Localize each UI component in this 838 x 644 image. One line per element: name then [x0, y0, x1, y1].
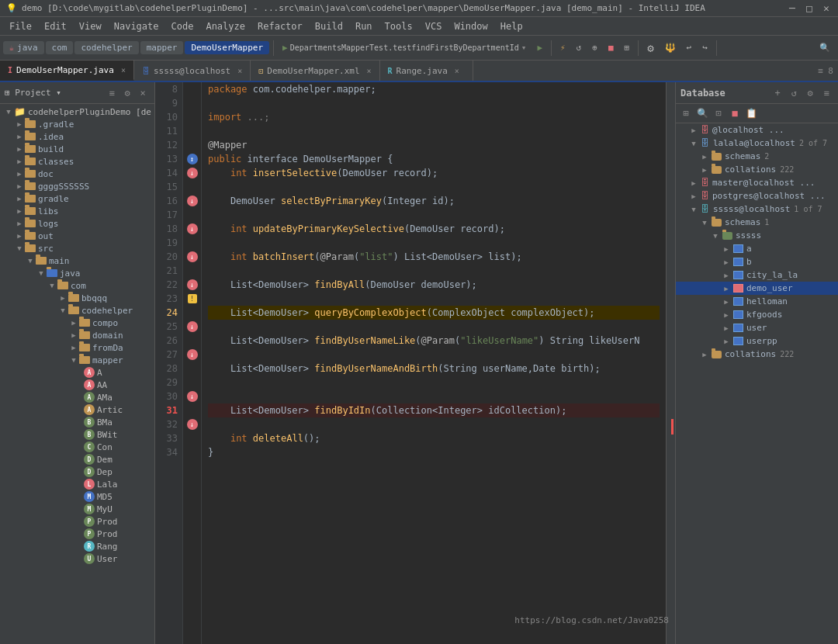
db-tool-settings[interactable]: ⚙	[803, 86, 817, 100]
tree-root[interactable]: ▼ 📁 codehelperPluginDemo [de	[0, 106, 154, 118]
code-area[interactable]: 8 9 10 11 12 13 14 15 16 17 18 19 20 21 …	[155, 82, 675, 644]
db-item-postgres[interactable]: ▶ 🗄 postgres@localhost ...	[676, 189, 838, 203]
toolbar-action-3[interactable]: ⊕	[587, 41, 602, 54]
tab-demousermapper-close[interactable]: ×	[121, 66, 126, 74]
db-item-localhost-anon[interactable]: ▶ 🗄 @localhost ...	[676, 123, 838, 137]
tree-item-compo[interactable]: ▶ compo	[0, 317, 154, 329]
db-toolbar-btn-2[interactable]: 🔍	[695, 106, 709, 120]
tree-item-build[interactable]: ▶ build	[0, 143, 154, 155]
tree-item-Artic[interactable]: A Artic	[0, 403, 154, 416]
breadcrumb-com[interactable]: com	[46, 41, 74, 54]
toolbar-action-7[interactable]: 🔱	[660, 41, 680, 54]
tree-item-Prod1[interactable]: P Prod	[0, 515, 154, 528]
code-content[interactable]: package com.codehelper.mapper; import ..…	[202, 82, 666, 644]
db-item-table-userpp[interactable]: ▶ userpp	[676, 334, 838, 348]
db-item-sssss-schemas[interactable]: ▼ schemas 1	[676, 216, 838, 229]
db-item-lalala[interactable]: ▼ 🗄 lalala@localhost 2 of 7	[676, 137, 838, 150]
tree-item-classes[interactable]: ▶ classes	[0, 155, 154, 168]
search-everywhere-button[interactable]: 🔍	[815, 41, 835, 54]
maximize-button[interactable]: □	[804, 3, 815, 14]
db-item-table-demo-user[interactable]: ▶ demo_user	[676, 282, 838, 295]
minimize-button[interactable]: ─	[787, 3, 798, 14]
db-item-table-kfgoods[interactable]: ▶ kfgoods	[676, 308, 838, 321]
tree-item-bbqqq[interactable]: ▶ bbqqq	[0, 292, 154, 304]
db-item-table-user[interactable]: ▶ user	[676, 321, 838, 334]
tree-item-libs[interactable]: ▶ libs	[0, 205, 154, 217]
tree-item-domain[interactable]: ▶ domain	[0, 329, 154, 341]
tree-item-idea[interactable]: ▶ .idea	[0, 130, 154, 143]
tree-item-MD5[interactable]: M MD5	[0, 490, 154, 503]
db-toolbar-btn-1[interactable]: ⊞	[679, 106, 693, 120]
tree-item-com[interactable]: ▼ com	[0, 279, 154, 292]
db-item-sssss[interactable]: ▼ 🗄 sssss@localhost 1 of 7	[676, 203, 838, 216]
breadcrumb-java[interactable]: ☕ java	[3, 41, 44, 54]
tree-item-Dep[interactable]: D Dep	[0, 466, 154, 478]
close-button[interactable]: ✕	[821, 3, 832, 14]
tab-sssss-close[interactable]: ×	[237, 67, 242, 75]
tree-item-src[interactable]: ▼ src	[0, 242, 154, 254]
tab-demousermapper-xml[interactable]: ⊡ DemoUserMapper.xml ×	[251, 61, 379, 81]
tab-range-java[interactable]: R Range.java ×	[380, 61, 473, 81]
menu-refactor[interactable]: Refactor	[251, 19, 309, 33]
toolbar-action-2[interactable]: ↺	[572, 41, 587, 54]
menu-vcs[interactable]: VCS	[419, 19, 448, 33]
breadcrumb-codehelper[interactable]: codehelper	[74, 41, 138, 54]
tree-item-User[interactable]: U User	[0, 552, 154, 565]
db-item-table-helloman[interactable]: ▶ helloman	[676, 295, 838, 308]
run-button[interactable]: ▶	[532, 41, 547, 54]
tree-item-mapper[interactable]: ▼ mapper	[0, 354, 154, 366]
tree-item-AA[interactable]: A AA	[0, 379, 154, 391]
menu-code[interactable]: Code	[165, 19, 200, 33]
tree-item-Dem[interactable]: D Dem	[0, 453, 154, 466]
toolbar-action-1[interactable]: ⚡	[556, 41, 570, 54]
tree-item-A[interactable]: A A	[0, 366, 154, 379]
run-config-selector[interactable]: ▶ DepartmentsMapperTest.testfindFirstByD…	[278, 41, 531, 54]
db-toolbar-btn-4[interactable]: ■	[728, 106, 742, 120]
db-tool-refresh[interactable]: ↺	[787, 86, 801, 100]
tree-item-ggggsssss[interactable]: ▶ ggggSSSSSS	[0, 180, 154, 192]
tab-sssss-localhost[interactable]: 🗄 sssss@localhost ×	[134, 61, 251, 81]
breadcrumb-mapper[interactable]: mapper	[140, 41, 184, 54]
menu-edit[interactable]: Edit	[38, 19, 73, 33]
tree-item-gradle2[interactable]: ▶ gradle	[0, 192, 154, 205]
sidebar-tool-close[interactable]: ×	[136, 86, 150, 100]
db-toolbar-btn-3[interactable]: ⊡	[712, 106, 725, 120]
db-item-lalala-schemas[interactable]: ▶ schemas 2	[676, 150, 838, 163]
tree-item-out[interactable]: ▶ out	[0, 230, 154, 242]
tab-demousermapper-java[interactable]: I DemoUserMapper.java ×	[0, 61, 134, 81]
toolbar-action-8[interactable]: ↩	[682, 41, 697, 54]
sidebar-tool-collapse[interactable]: ≡	[105, 86, 119, 100]
menu-help[interactable]: Help	[494, 19, 529, 33]
menu-window[interactable]: Window	[448, 19, 493, 33]
menu-run[interactable]: Run	[349, 19, 379, 33]
tab-xml-close[interactable]: ×	[367, 67, 372, 75]
db-item-sssss-schema-node[interactable]: ▼ sssss	[676, 229, 838, 242]
menu-file[interactable]: File	[3, 19, 38, 33]
tree-item-Lala[interactable]: L Lala	[0, 478, 154, 490]
tree-item-Con[interactable]: C Con	[0, 441, 154, 453]
menu-navigate[interactable]: Navigate	[108, 19, 165, 33]
tree-item-java[interactable]: ▼ java	[0, 267, 154, 279]
db-item-sssss-collations[interactable]: ▶ collations 222	[676, 348, 838, 361]
editor-scrollbar[interactable]	[666, 82, 675, 644]
tree-item-MyU[interactable]: M MyU	[0, 503, 154, 515]
toolbar-action-6[interactable]: ⚙	[642, 40, 658, 56]
tree-item-BMa[interactable]: B BMa	[0, 416, 154, 428]
menu-view[interactable]: View	[73, 19, 108, 33]
tree-item-fromda[interactable]: ▶ fromDa	[0, 341, 154, 354]
db-item-table-city[interactable]: ▶ city_la_la	[676, 268, 838, 282]
toolbar-action-4[interactable]: ■	[604, 41, 618, 54]
tree-item-logs[interactable]: ▶ logs	[0, 217, 154, 230]
tab-range-close[interactable]: ×	[455, 67, 459, 75]
db-tool-add[interactable]: +	[770, 86, 784, 100]
db-item-table-b[interactable]: ▶ b	[676, 255, 838, 268]
tree-item-main[interactable]: ▼ main	[0, 254, 154, 267]
sidebar-tool-settings[interactable]: ⚙	[120, 86, 134, 100]
db-item-master[interactable]: ▶ 🗄 master@localhost ...	[676, 176, 838, 189]
tree-item-Prod2[interactable]: P Prod	[0, 528, 154, 540]
tree-item-gradle[interactable]: ▶ .gradle	[0, 118, 154, 130]
tree-item-AMa[interactable]: A AMa	[0, 391, 154, 403]
db-tool-more[interactable]: ≡	[819, 86, 833, 100]
toolbar-action-9[interactable]: ↪	[698, 41, 712, 54]
tree-item-doc[interactable]: ▶ doc	[0, 168, 154, 180]
